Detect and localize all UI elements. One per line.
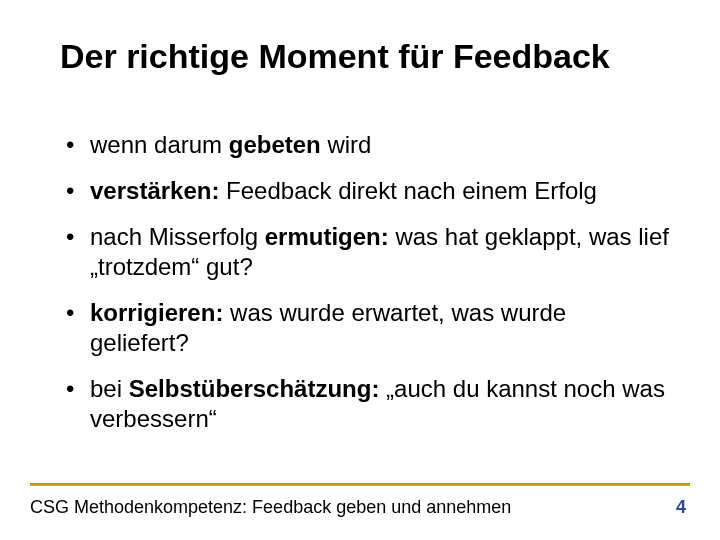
slide-body: wenn darum gebeten wird verstärken: Feed… bbox=[60, 130, 670, 450]
bullet-text-bold: korrigieren: bbox=[90, 299, 223, 326]
bullet-text-bold: verstärken: bbox=[90, 177, 219, 204]
bullet-text-post: wird bbox=[321, 131, 372, 158]
bullet-item: nach Misserfolg ermutigen: was hat gekla… bbox=[60, 222, 670, 282]
bullet-list: wenn darum gebeten wird verstärken: Feed… bbox=[60, 130, 670, 434]
page-number: 4 bbox=[676, 497, 686, 518]
slide: Der richtige Moment für Feedback wenn da… bbox=[0, 0, 720, 540]
bullet-item: verstärken: Feedback direkt nach einem E… bbox=[60, 176, 670, 206]
bullet-text-bold: Selbstüberschätzung: bbox=[129, 375, 380, 402]
bullet-text-pre: bei bbox=[90, 375, 129, 402]
bullet-item: bei Selbstüberschätzung: „auch du kannst… bbox=[60, 374, 670, 434]
bullet-text-post: Feedback direkt nach einem Erfolg bbox=[219, 177, 597, 204]
footer-divider bbox=[30, 483, 690, 486]
bullet-text-pre: nach Misserfolg bbox=[90, 223, 265, 250]
bullet-item: wenn darum gebeten wird bbox=[60, 130, 670, 160]
bullet-text-pre: wenn darum bbox=[90, 131, 229, 158]
bullet-text-bold: ermutigen: bbox=[265, 223, 389, 250]
slide-title: Der richtige Moment für Feedback bbox=[60, 36, 670, 77]
bullet-text-bold: gebeten bbox=[229, 131, 321, 158]
bullet-item: korrigieren: was wurde erwartet, was wur… bbox=[60, 298, 670, 358]
footer-text: CSG Methodenkompetenz: Feedback geben un… bbox=[30, 497, 511, 518]
